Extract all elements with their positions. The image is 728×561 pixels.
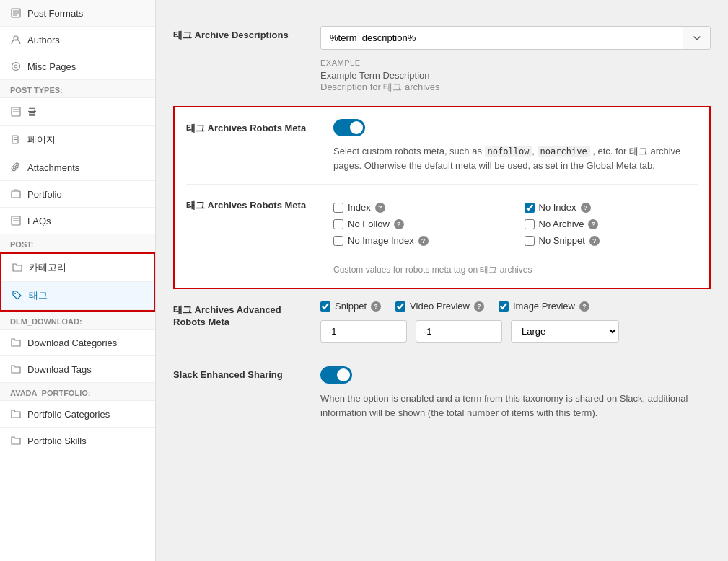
sidebar-label-tag: 태그 — [29, 289, 48, 302]
cb-no-image-index[interactable] — [333, 236, 343, 246]
help-icon-video-preview[interactable]: ? — [474, 301, 484, 312]
sidebar-label-faqs: FAQs — [27, 216, 51, 226]
sidebar-label-portfolio-categories: Portfolio Categories — [27, 409, 110, 420]
sidebar-item-authors[interactable]: Authors — [0, 27, 155, 53]
svg-point-5 — [12, 63, 20, 71]
robots-checkboxes-label: 태그 Archives Robots Meta — [186, 196, 316, 212]
adv-image-cb[interactable] — [499, 301, 509, 312]
download-tags-icon — [10, 363, 22, 375]
advanced-robots-label: 태그 Archives Advanced Robots Meta — [173, 301, 303, 327]
sidebar-item-portfolio[interactable]: Portfolio — [0, 181, 155, 208]
archive-descriptions-label: 태그 Archive Descriptions — [173, 26, 303, 42]
sidebar-item-download-categories[interactable]: Download Categories — [0, 330, 155, 356]
section-post-types: Post Types: — [0, 80, 155, 98]
adv-video-cb[interactable] — [395, 301, 405, 312]
adv-image-label: Image Preview — [513, 301, 575, 312]
help-icon-no-follow[interactable]: ? — [394, 219, 404, 229]
slack-description: When the option is enabled and a term fr… — [320, 392, 711, 420]
help-icon-no-image-index[interactable]: ? — [418, 236, 429, 246]
sidebar-item-download-tags[interactable]: Download Tags — [0, 356, 155, 383]
sidebar-item-category[interactable]: 카테고리 — [1, 254, 154, 282]
pages-icon — [10, 134, 22, 146]
attachments-icon — [10, 162, 22, 173]
sidebar-label-post-formats: Post Formats — [27, 8, 83, 19]
post-formats-icon — [10, 7, 22, 19]
sidebar-item-post-formats[interactable]: Post Formats — [0, 0, 155, 27]
adv-snippet-label: Snippet — [335, 301, 367, 312]
sidebar-label-download-tags: Download Tags — [27, 364, 92, 375]
sidebar-label-portfolio: Portfolio — [27, 189, 62, 200]
advanced-robots-content: Snippet ? Video Preview ? Image Preview … — [320, 301, 711, 343]
robots-meta-toggle-content: Select custom robots meta, such as nofol… — [333, 119, 698, 172]
category-icon — [12, 262, 23, 273]
sidebar-item-attachments[interactable]: Attachments — [0, 154, 155, 181]
slack-content: When the option is enabled and a term fr… — [320, 366, 711, 420]
sidebar-item-tag[interactable]: 태그 — [1, 282, 154, 310]
slack-toggle[interactable] — [320, 366, 352, 384]
download-categories-icon — [10, 337, 22, 348]
archive-descriptions-input[interactable] — [321, 27, 683, 49]
checkbox-index: Index ? — [333, 202, 507, 213]
help-icon-image-preview[interactable]: ? — [579, 301, 589, 312]
sidebar-label-misc-pages: Misc Pages — [27, 61, 76, 72]
robots-meta-toggle[interactable] — [333, 119, 365, 136]
cb-index-label: Index — [348, 202, 371, 213]
portfolio-skills-icon — [10, 435, 22, 446]
adv-video-label: Video Preview — [410, 301, 470, 312]
robots-checkbox-grid: Index ? No Index ? No Follow ? — [333, 202, 698, 246]
archive-descriptions-content: EXAMPLE Example Term Description Descrip… — [320, 26, 711, 94]
code-nofollow: nofollow — [485, 146, 532, 157]
advanced-robots-row: 태그 Archives Advanced Robots Meta Snippet… — [173, 289, 711, 355]
sidebar-item-faqs[interactable]: FAQs — [0, 208, 155, 234]
example-label: EXAMPLE — [320, 58, 711, 67]
cb-no-archive-label: No Archive — [539, 218, 584, 229]
checkbox-no-follow: No Follow ? — [333, 218, 507, 229]
sidebar-item-pages[interactable]: 페이지 — [0, 126, 155, 154]
svg-point-6 — [14, 65, 17, 68]
video-preview-value-input[interactable] — [416, 320, 502, 343]
robots-meta-description: Select custom robots meta, such as nofol… — [333, 144, 698, 172]
sidebar-item-portfolio-categories[interactable]: Portfolio Categories — [0, 401, 155, 428]
checkbox-no-archive: No Archive ? — [525, 218, 698, 229]
sidebar-item-misc-pages[interactable]: Misc Pages — [0, 53, 155, 80]
snippet-value-input[interactable] — [320, 320, 407, 343]
advanced-video-preview-check: Video Preview ? — [395, 301, 484, 312]
section-post: Post: — [0, 234, 155, 252]
cb-no-image-index-label: No Image Index — [348, 235, 414, 246]
archive-descriptions-dropdown-btn[interactable] — [683, 27, 710, 49]
help-icon-no-index[interactable]: ? — [581, 203, 591, 213]
example-desc: Description for 태그 archives — [320, 81, 711, 94]
archive-descriptions-row: 태그 Archive Descriptions EXAMPLE Example … — [173, 14, 711, 106]
adv-snippet-cb[interactable] — [320, 301, 330, 312]
slack-label: Slack Enhanced Sharing — [173, 366, 303, 380]
cb-no-snippet[interactable] — [525, 236, 535, 246]
tag-icon — [12, 290, 23, 301]
cb-no-index-label: No Index — [539, 202, 576, 213]
section-dlm-download: Dlm_download: — [0, 312, 155, 330]
posts-icon — [10, 106, 22, 118]
cb-index[interactable] — [333, 203, 343, 213]
help-icon-no-archive[interactable]: ? — [588, 219, 598, 229]
checkbox-no-image-index: No Image Index ? — [333, 235, 507, 246]
sidebar-item-portfolio-skills[interactable]: Portfolio Skills — [0, 428, 155, 454]
cb-no-archive[interactable] — [525, 219, 535, 229]
svg-rect-13 — [12, 191, 20, 198]
help-icon-no-snippet[interactable]: ? — [589, 236, 600, 246]
sidebar-label-attachments: Attachments — [27, 162, 79, 173]
help-icon-index[interactable]: ? — [375, 203, 385, 213]
sidebar-item-posts[interactable]: 글 — [0, 98, 155, 126]
sidebar-label-category: 카테고리 — [29, 261, 66, 274]
checkbox-no-snippet: No Snippet ? — [525, 235, 698, 246]
example-value: Example Term Description — [320, 70, 711, 81]
advanced-image-preview-check: Image Preview ? — [499, 301, 589, 312]
help-icon-snippet[interactable]: ? — [371, 301, 381, 312]
svg-point-17 — [14, 293, 16, 294]
sidebar-label-pages: 페이지 — [27, 133, 56, 146]
cb-no-index[interactable] — [525, 203, 535, 213]
sidebar-label-authors: Authors — [27, 35, 60, 45]
cb-no-follow[interactable] — [333, 219, 343, 229]
sidebar-label-portfolio-skills: Portfolio Skills — [27, 436, 87, 446]
main-content: 태그 Archive Descriptions EXAMPLE Example … — [156, 0, 728, 561]
image-preview-select[interactable]: Large None Standard — [511, 320, 619, 343]
custom-values-note: Custom values for robots meta tag on 태그 … — [333, 255, 698, 276]
